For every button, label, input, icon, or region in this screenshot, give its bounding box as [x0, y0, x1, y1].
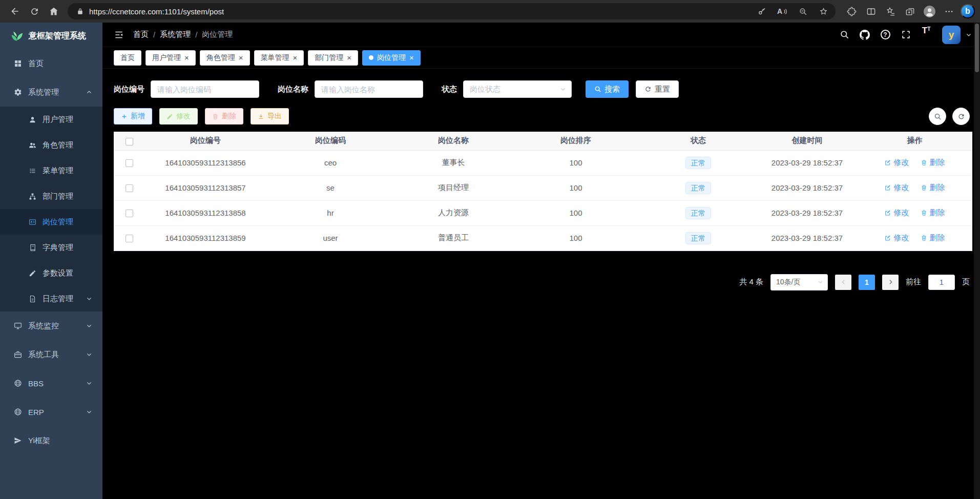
- browser-address-bar[interactable]: https://ccnetcore.com:1101/system/post A: [68, 3, 836, 19]
- row-delete-label: 删除: [930, 183, 945, 193]
- favorite-star-icon[interactable]: [815, 4, 831, 19]
- row-checkbox[interactable]: [126, 159, 133, 167]
- browser-home-button[interactable]: [44, 2, 64, 20]
- sidebar-item-home[interactable]: 首页: [0, 49, 102, 78]
- collections-icon[interactable]: [900, 2, 920, 20]
- export-button[interactable]: 导出: [251, 108, 289, 124]
- chevron-down-icon: [86, 351, 92, 358]
- page-scrollbar[interactable]: [974, 23, 980, 499]
- row-delete-button[interactable]: 删除: [921, 233, 945, 243]
- header-post-code: 岗位编码: [266, 132, 394, 150]
- edit-icon: [884, 235, 891, 241]
- user-menu-caret-icon[interactable]: [966, 32, 972, 38]
- sidebar-item-label: 部门管理: [43, 192, 92, 201]
- status-badge: 正常: [685, 232, 711, 244]
- sidebar-item-bbs[interactable]: BBS: [0, 369, 102, 398]
- row-edit-button[interactable]: 修改: [884, 183, 909, 193]
- row-checkbox[interactable]: [126, 235, 133, 242]
- breadcrumb-home[interactable]: 首页: [133, 30, 149, 39]
- sidebar-item-role-management[interactable]: 角色管理: [0, 132, 102, 158]
- extensions-icon[interactable]: [842, 2, 861, 20]
- tab-post-management[interactable]: 岗位管理 ×: [362, 50, 421, 66]
- scrollbar-thumb[interactable]: [975, 24, 979, 72]
- password-key-icon[interactable]: [754, 4, 770, 19]
- close-icon[interactable]: ×: [293, 54, 298, 61]
- sidebar-item-yi-framework[interactable]: Yi框架: [0, 426, 102, 455]
- reset-button[interactable]: 重置: [636, 80, 679, 98]
- tab-dept-management[interactable]: 部门管理 ×: [308, 50, 358, 66]
- sidebar-item-log-management[interactable]: 日志管理: [0, 286, 102, 311]
- tab-user-management[interactable]: 用户管理 ×: [145, 50, 196, 66]
- url-text[interactable]: https://ccnetcore.com:1101/system/post: [89, 7, 224, 16]
- cell-post-id: 1641030593112313857: [144, 175, 266, 200]
- globe-icon: [13, 379, 23, 388]
- close-icon[interactable]: ×: [409, 54, 414, 61]
- table-header: 岗位编号 岗位编码 岗位名称 岗位排序 状态 创建时间 操作: [114, 132, 972, 150]
- close-icon[interactable]: ×: [347, 54, 351, 61]
- tab-menu-management[interactable]: 菜单管理 ×: [254, 50, 304, 66]
- search-button[interactable]: 搜索: [586, 80, 629, 98]
- user-avatar[interactable]: y: [942, 26, 961, 44]
- sidebar-item-system-tools[interactable]: 系统工具: [0, 340, 102, 369]
- header-search-icon[interactable]: [836, 26, 853, 44]
- post-table: 岗位编号 岗位编码 岗位名称 岗位排序 状态 创建时间 操作 16410305: [114, 132, 972, 251]
- breadcrumb-system[interactable]: 系统管理: [160, 30, 191, 39]
- tab-home[interactable]: 首页: [114, 50, 141, 66]
- sidebar-item-dict-management[interactable]: 字典管理: [0, 235, 102, 260]
- goto-page-input[interactable]: [928, 275, 955, 290]
- row-edit-button[interactable]: 修改: [884, 208, 909, 218]
- page-size-select[interactable]: 10条/页: [770, 274, 828, 290]
- edit-button[interactable]: 修改: [159, 108, 198, 124]
- sidebar-item-system-monitor[interactable]: 系统监控: [0, 311, 102, 340]
- status-select[interactable]: 岗位状态: [463, 80, 572, 98]
- delete-button[interactable]: 删除: [205, 108, 243, 124]
- browser-settings-icon[interactable]: [939, 2, 958, 20]
- status-badge: 正常: [685, 182, 711, 194]
- github-icon[interactable]: [856, 26, 873, 44]
- sidebar-item-erp[interactable]: ERP: [0, 398, 102, 426]
- browser-refresh-button[interactable]: [25, 2, 44, 20]
- close-icon[interactable]: ×: [184, 54, 189, 61]
- sidebar-item-post-management[interactable]: 岗位管理: [0, 209, 102, 235]
- cell-created: 2023-03-29 18:52:37: [757, 200, 857, 225]
- font-size-icon[interactable]: TT: [918, 26, 935, 44]
- row-edit-button[interactable]: 修改: [884, 233, 909, 243]
- zoom-out-icon[interactable]: [795, 4, 811, 19]
- post-code-input[interactable]: [151, 80, 259, 98]
- add-button[interactable]: 新增: [114, 108, 152, 124]
- tab-role-management[interactable]: 角色管理 ×: [200, 50, 250, 66]
- browser-back-button[interactable]: [5, 2, 25, 20]
- row-edit-label: 修改: [893, 158, 909, 168]
- favorites-bar-icon[interactable]: [881, 2, 900, 20]
- row-delete-button[interactable]: 删除: [921, 183, 945, 193]
- sidebar-item-system-management[interactable]: 系统管理: [0, 78, 102, 107]
- select-all-checkbox[interactable]: [126, 138, 133, 145]
- help-icon[interactable]: ?: [877, 26, 894, 44]
- close-icon[interactable]: ×: [239, 54, 243, 61]
- sidebar-item-menu-management[interactable]: 菜单管理: [0, 158, 102, 183]
- row-delete-button[interactable]: 删除: [921, 208, 945, 218]
- fullscreen-icon[interactable]: [897, 26, 914, 44]
- read-aloud-icon[interactable]: A: [774, 4, 790, 19]
- next-page-button[interactable]: [882, 275, 899, 290]
- sidebar-item-param-settings[interactable]: 参数设置: [0, 260, 102, 286]
- browser-profile-avatar[interactable]: [920, 2, 939, 20]
- book-icon: [28, 243, 37, 252]
- show-search-toggle-button[interactable]: [929, 108, 946, 125]
- refresh-table-button[interactable]: [952, 108, 970, 125]
- copilot-bing-icon[interactable]: b: [961, 4, 975, 18]
- cell-post-code: user: [266, 225, 394, 251]
- row-delete-button[interactable]: 删除: [921, 158, 945, 168]
- prev-page-button[interactable]: [835, 275, 851, 290]
- system-submenu: 用户管理 角色管理 菜单管理 部门管理 岗位管理: [0, 107, 102, 311]
- row-checkbox[interactable]: [126, 210, 133, 217]
- chevron-down-icon: [86, 409, 92, 415]
- row-edit-button[interactable]: 修改: [884, 158, 909, 168]
- sidebar-fold-icon[interactable]: [114, 30, 124, 40]
- row-checkbox[interactable]: [126, 184, 133, 192]
- split-screen-icon[interactable]: [861, 2, 881, 20]
- sidebar-item-dept-management[interactable]: 部门管理: [0, 183, 102, 209]
- page-number-button[interactable]: 1: [859, 275, 875, 290]
- sidebar-item-user-management[interactable]: 用户管理: [0, 107, 102, 132]
- post-name-input[interactable]: [315, 80, 423, 98]
